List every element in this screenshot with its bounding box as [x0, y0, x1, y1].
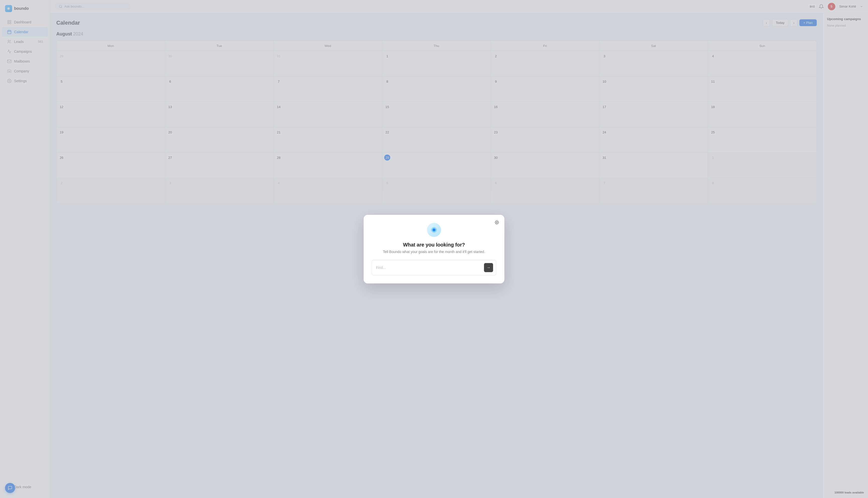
modal-subtitle: Tell Boundo what your goals are for the … [372, 250, 496, 254]
modal-logo-circle [427, 223, 441, 237]
modal-overlay[interactable]: What are you looking for? Tell Boundo wh… [0, 0, 868, 498]
boundo-logo-icon [430, 226, 438, 234]
svg-point-16 [433, 229, 435, 231]
modal-logo [372, 223, 496, 237]
modal-title: What are you looking for? [372, 242, 496, 248]
svg-point-14 [496, 222, 497, 223]
modal-submit-button[interactable]: → [484, 263, 493, 272]
modal-close-button[interactable] [493, 219, 500, 226]
modal-input-row: → [372, 260, 496, 275]
gear-icon [495, 220, 499, 224]
submit-arrow: → [487, 265, 490, 270]
modal-search-input[interactable] [376, 265, 482, 270]
search-modal: What are you looking for? Tell Boundo wh… [364, 215, 504, 284]
